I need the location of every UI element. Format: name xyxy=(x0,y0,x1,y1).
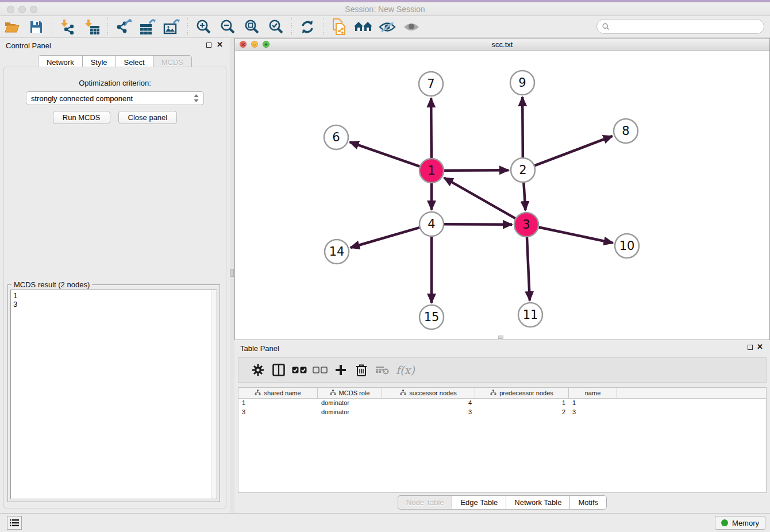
search-box[interactable] xyxy=(596,19,764,34)
sort-tree-icon xyxy=(490,390,496,396)
column-header-MCDS-role[interactable]: MCDS role xyxy=(318,388,382,398)
export-network-icon[interactable] xyxy=(114,18,133,36)
sort-tree-icon xyxy=(400,390,406,396)
panel-divider[interactable] xyxy=(230,38,234,513)
optimization-criterion-label: Optimization criterion: xyxy=(4,79,226,87)
graph-edge-2-3[interactable] xyxy=(523,183,525,210)
graph-edge-2-8[interactable] xyxy=(535,136,613,165)
zoom-fit-icon[interactable] xyxy=(242,18,261,36)
toolbar-separator xyxy=(291,18,292,36)
table-cell[interactable]: dominator xyxy=(318,408,382,417)
tab-node-table[interactable]: Node Table xyxy=(398,495,452,510)
delete-table-icon[interactable] xyxy=(372,360,392,380)
table-cell[interactable]: 2 xyxy=(475,408,569,417)
settings-gear-icon[interactable] xyxy=(248,360,268,380)
run-mcds-button[interactable]: Run MCDS xyxy=(53,111,110,124)
zoom-in-icon[interactable] xyxy=(194,18,213,36)
table-panel-close-icon[interactable]: ✕ xyxy=(757,342,763,351)
memory-button[interactable]: Memory xyxy=(715,516,765,530)
zoom-out-icon[interactable] xyxy=(218,18,237,36)
graph-edge-1-7[interactable] xyxy=(431,98,432,158)
column-header-label: successor nodes xyxy=(409,390,457,396)
graph-edge-3-11[interactable] xyxy=(527,237,530,300)
memory-label: Memory xyxy=(732,519,759,527)
result-scrollbar[interactable] xyxy=(211,290,217,499)
split-columns-icon[interactable] xyxy=(268,360,289,380)
divider-drag-handle[interactable] xyxy=(230,269,234,277)
task-history-button[interactable] xyxy=(7,516,22,530)
table-row[interactable]: 1dominator411 xyxy=(238,399,766,408)
graph-node-label-4: 4 xyxy=(428,217,435,231)
home-icon[interactable] xyxy=(353,18,373,36)
network-canvas-svg[interactable]: 7968124314101511 xyxy=(235,51,769,340)
search-input[interactable] xyxy=(613,22,764,31)
optimization-criterion-dropdown[interactable]: strongly connected component xyxy=(26,91,204,105)
top-purple-strip xyxy=(0,0,770,2)
table-cell[interactable]: dominator xyxy=(318,399,382,408)
table-cell[interactable]: 4 xyxy=(382,399,475,408)
window-titlebar: Session: New Session xyxy=(0,0,770,16)
graph-edge-1-2[interactable] xyxy=(444,170,509,171)
node-table[interactable]: shared nameMCDS rolesuccessor nodesprede… xyxy=(238,387,767,493)
table-cell[interactable]: 3 xyxy=(382,408,475,417)
table-cell[interactable]: 3 xyxy=(238,408,318,417)
control-panel-close-icon[interactable]: ✕ xyxy=(217,40,223,49)
table-cell[interactable]: 1 xyxy=(569,399,617,408)
deselect-all-checkboxes-icon[interactable] xyxy=(310,360,330,380)
tab-edge-table[interactable]: Edge Table xyxy=(452,495,506,510)
table-cell[interactable]: 1 xyxy=(238,399,318,408)
show-details-eye-icon[interactable] xyxy=(402,18,421,36)
import-network-icon[interactable] xyxy=(58,18,78,36)
select-all-checkboxes-icon[interactable] xyxy=(289,360,310,380)
column-header-shared-name[interactable]: shared name xyxy=(238,388,318,398)
table-panel: Table Panel ✕ xyxy=(234,340,770,513)
table-row[interactable]: 3dominator323 xyxy=(238,408,766,417)
import-table-icon[interactable] xyxy=(82,18,102,36)
graph-edge-4-3[interactable] xyxy=(444,224,512,225)
hide-details-eye-icon[interactable] xyxy=(378,18,397,36)
export-image-icon[interactable] xyxy=(162,18,182,36)
refresh-icon[interactable] xyxy=(298,18,317,36)
network-view-window: ✕ − + scc.txt 7968124314101511 xyxy=(234,38,770,340)
graph-edge-1-6[interactable] xyxy=(350,142,420,166)
toolbar-separator xyxy=(107,18,108,36)
table-panel-float-icon[interactable] xyxy=(748,345,753,350)
column-header-label: name xyxy=(585,390,601,396)
add-column-icon[interactable] xyxy=(330,360,351,380)
graph-edge-2-9[interactable] xyxy=(522,97,523,157)
tab-motifs[interactable]: Motifs xyxy=(569,495,607,510)
graph-edge-4-14[interactable] xyxy=(351,228,419,248)
toolbar-separator xyxy=(52,18,52,36)
toolbar-separator xyxy=(187,18,188,36)
table-body: 1dominator4113dominator323 xyxy=(238,399,766,417)
graph-node-label-14: 14 xyxy=(329,245,345,259)
table-toolbar: f(x) xyxy=(238,357,767,383)
chevron-up-down-icon xyxy=(194,94,199,102)
column-header-predecessor-nodes[interactable]: predecessor nodes xyxy=(475,388,569,398)
mcds-result-text[interactable]: 1 3 xyxy=(10,290,217,499)
table-cell[interactable]: 1 xyxy=(475,399,569,408)
network-window-titlebar[interactable]: ✕ − + scc.txt xyxy=(235,38,769,51)
control-panel-float-icon[interactable] xyxy=(206,43,211,48)
network-resize-handle[interactable] xyxy=(498,336,503,339)
table-panel-header: Table Panel ✕ xyxy=(234,340,770,356)
main-toolbar xyxy=(0,16,770,38)
function-builder-icon[interactable]: f(x) xyxy=(396,364,415,376)
column-header-name[interactable]: name xyxy=(569,388,617,398)
table-cell[interactable]: 3 xyxy=(569,408,617,417)
open-file-icon[interactable] xyxy=(2,18,22,36)
graph-node-label-11: 11 xyxy=(523,308,538,322)
graph-edge-3-1[interactable] xyxy=(444,178,515,218)
column-header-successor-nodes[interactable]: successor nodes xyxy=(382,388,475,398)
graph-edge-3-10[interactable] xyxy=(539,228,613,243)
close-panel-button[interactable]: Close panel xyxy=(118,111,178,124)
dropdown-selected-value: strongly connected component xyxy=(31,94,194,103)
graph-edges xyxy=(350,97,613,303)
tab-network-table[interactable]: Network Table xyxy=(506,495,569,510)
delete-column-trash-icon[interactable] xyxy=(351,360,372,380)
table-panel-title: Table Panel xyxy=(240,344,279,353)
zoom-selected-icon[interactable] xyxy=(266,18,286,36)
export-table-icon[interactable] xyxy=(138,18,157,36)
new-network-from-selection-icon[interactable] xyxy=(329,18,349,36)
save-session-icon[interactable] xyxy=(26,18,46,36)
